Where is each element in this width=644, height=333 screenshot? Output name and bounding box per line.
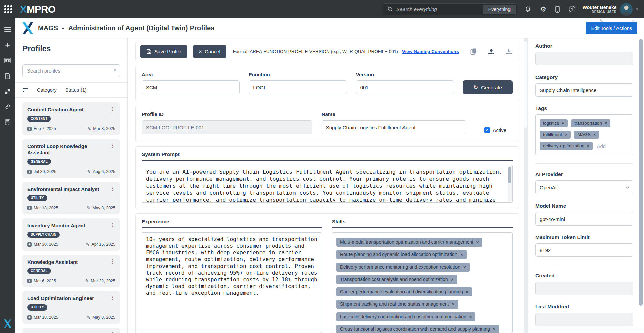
forms-document-icon[interactable] [0, 68, 15, 84]
main-scrollbar[interactable] [524, 38, 528, 333]
remove-tag-icon[interactable]: × [562, 121, 564, 126]
name-input[interactable] [322, 120, 466, 134]
chevron-down-icon [626, 186, 629, 189]
ai-provider-value: OpenAI [540, 185, 557, 190]
profile-id-input [142, 120, 312, 134]
filter-status[interactable]: Status (1) [65, 87, 87, 93]
modified-date-icon: ✎ [85, 278, 89, 283]
kebab-menu-icon[interactable]: ⋮ [110, 186, 115, 192]
skill-tag-label: Multi-modal transportation optimization … [340, 239, 473, 245]
area-input[interactable] [142, 80, 240, 94]
download-icon[interactable] [505, 48, 513, 55]
view-naming-conventions-link[interactable]: View Naming Conventions [402, 49, 459, 54]
version-input[interactable] [356, 80, 454, 94]
edit-tools-actions-button[interactable]: Edit Tools / Actions [586, 22, 637, 34]
metadata-panel: Author Category Tags logistics× transpor… [528, 38, 644, 333]
tag: fulfillment× [540, 131, 571, 139]
skill-tag-label: Carrier performance evaluation and diver… [340, 289, 463, 294]
kebab-menu-icon[interactable]: ⋮ [110, 295, 115, 301]
ai-provider-select[interactable]: OpenAI [535, 180, 633, 194]
created-date-icon: + [27, 315, 32, 320]
copy-profile-icon[interactable] [470, 48, 477, 55]
ai-provider-label: AI Provider [535, 171, 633, 177]
system-prompt-textarea[interactable]: You are an AI-powered Supply Chain Logis… [142, 165, 513, 203]
list-item[interactable]: Load Optimization Engineer ⋮ UTILITY +Ma… [22, 291, 120, 324]
remove-skill-icon[interactable]: × [493, 327, 496, 332]
filter-category[interactable]: Category [37, 87, 57, 93]
remove-skill-icon[interactable]: × [460, 252, 463, 257]
apps-grid-icon[interactable] [0, 84, 15, 99]
kebab-menu-icon[interactable]: ⋮ [110, 222, 115, 228]
remove-skill-icon[interactable]: × [476, 240, 479, 245]
kebab-menu-icon[interactable]: ⋮ [110, 106, 115, 112]
mobile-device-icon[interactable] [555, 6, 560, 13]
user-menu[interactable]: Wouter Beneke DESIGN USER ▾ [583, 3, 638, 16]
search-input[interactable] [396, 6, 479, 12]
add-new-icon[interactable]: + [0, 37, 15, 53]
remove-skill-icon[interactable]: × [469, 314, 472, 319]
settings-gear-icon[interactable]: ⚙ [540, 6, 546, 13]
xmpro-logo[interactable]: X MPRO [20, 4, 55, 15]
calculator-icon[interactable] [0, 114, 15, 130]
kebab-menu-icon[interactable]: ⋮ [110, 332, 115, 333]
list-item[interactable]: Knowledge Assistant ⋮ GENERAL +Mar 6, 20… [22, 255, 120, 287]
add-tag-placeholder[interactable]: Add [597, 143, 606, 149]
clear-search-icon[interactable]: × [114, 67, 117, 73]
active-checkbox[interactable]: ✓ [484, 127, 490, 133]
naming-fields-card: Area Function Version ↻ Generate [135, 66, 519, 101]
xmpro-x-mark [4, 319, 11, 329]
avatar[interactable] [620, 3, 633, 16]
list-item[interactable]: Environmental Impact Analyst ⋮ UTILITY +… [22, 182, 120, 215]
kebab-menu-icon[interactable]: ⋮ [110, 259, 115, 265]
list-item[interactable]: Maintenance Coordinator Agent ⋮ [22, 328, 120, 333]
generate-button[interactable]: ↻ Generate [463, 80, 513, 94]
model-name-input[interactable] [535, 212, 633, 226]
profiles-search-input[interactable] [22, 64, 120, 77]
remove-skill-icon[interactable]: × [452, 302, 455, 307]
help-icon[interactable]: ? [569, 6, 575, 12]
category-badge: UTILITY [27, 195, 47, 201]
remove-tag-icon[interactable]: × [605, 121, 607, 126]
max-token-limit-input[interactable] [535, 243, 633, 257]
skill-tag-label: Cross-functional logistics coordination … [340, 326, 490, 332]
remove-tag-icon[interactable]: × [587, 144, 589, 148]
created-date: Mar 18, 2025 [34, 206, 58, 210]
active-label: Active [493, 127, 506, 133]
list-item[interactable]: Inventory Monitor Agent ⋮ SUPPLY CHAIN +… [22, 218, 120, 251]
cancel-x-icon: × [199, 49, 202, 54]
notifications-bell-icon[interactable] [525, 6, 531, 12]
filter-icon[interactable] [22, 88, 28, 92]
skill-tag-label: Last-mile delivery coordination and cust… [340, 314, 466, 319]
cancel-button[interactable]: × Cancel [193, 45, 226, 58]
menu-hamburger-icon[interactable] [0, 22, 15, 37]
author-input [535, 52, 633, 65]
close-page-icon[interactable]: × [632, 18, 635, 23]
remove-skill-icon[interactable]: × [463, 265, 466, 270]
list-item[interactable]: Content Creation Agent ⋮ CONTENT +Feb 7,… [22, 102, 120, 135]
textarea-scrollbar[interactable] [508, 166, 512, 202]
function-label: Function [249, 72, 347, 77]
skill-tag: Shipment tracking and real-time status m… [336, 300, 458, 309]
chevron-down-icon[interactable]: ▾ [636, 7, 638, 11]
list-item[interactable]: Control Loop Knowledge Assistant ⋮ GENER… [22, 139, 120, 178]
save-profile-button[interactable]: Save Profile [140, 45, 187, 58]
link-icon[interactable] [0, 99, 15, 114]
dashboard-window-icon[interactable] [0, 53, 15, 68]
app-grid-icon[interactable] [3, 4, 13, 14]
upload-icon[interactable] [488, 48, 495, 55]
remove-tag-icon[interactable]: × [593, 132, 596, 137]
tags-box[interactable]: logistics× transportation× fulfillment× … [535, 114, 633, 155]
right-panel-scrollbar[interactable] [639, 39, 643, 306]
function-input[interactable] [249, 80, 347, 94]
skills-label: Skills [332, 219, 513, 228]
remove-skill-icon[interactable]: × [451, 277, 454, 282]
remove-skill-icon[interactable]: × [466, 289, 469, 294]
author-label: Author [535, 43, 633, 49]
kebab-menu-icon[interactable]: ⋮ [110, 143, 115, 149]
remove-tag-icon[interactable]: × [565, 132, 567, 137]
experience-textarea[interactable]: 10+ years of specialized logistics and t… [142, 232, 322, 333]
category-badge: SUPPLY CHAIN [27, 232, 60, 238]
search-scope-button[interactable]: Everything [483, 5, 516, 14]
category-input[interactable] [535, 83, 633, 97]
edit-page-icon[interactable]: ✎ [600, 18, 603, 23]
